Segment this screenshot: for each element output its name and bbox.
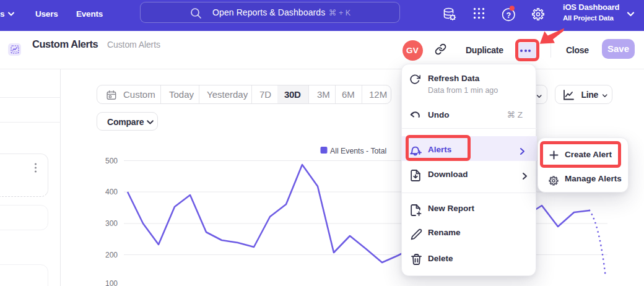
svg-text:500: 500 (105, 157, 118, 165)
svg-text:200: 200 (105, 251, 118, 259)
svg-text:?: ? (506, 11, 511, 20)
svg-text:400: 400 (105, 188, 118, 196)
svg-text:300: 300 (105, 219, 118, 228)
svg-text:100: 100 (105, 279, 118, 286)
svg-text:All Events - Total: All Events - Total (330, 147, 386, 155)
